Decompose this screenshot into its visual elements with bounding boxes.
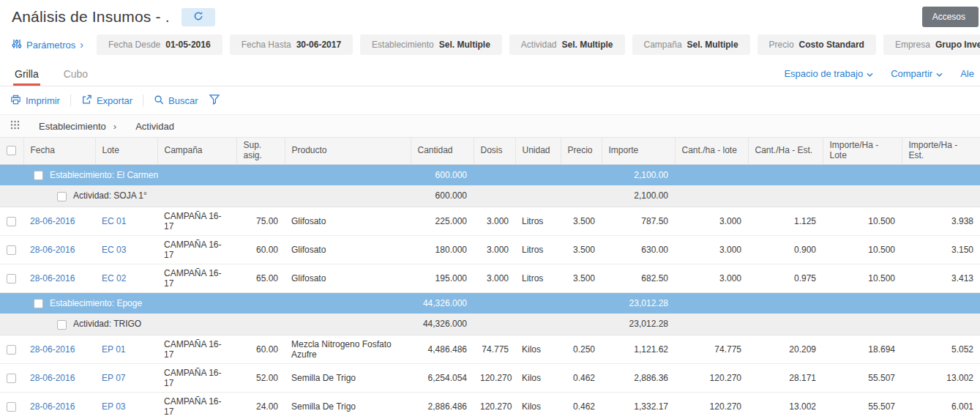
cell-producto: Semilla De Trigo — [285, 363, 411, 392]
parameter-chip-fecha-desde[interactable]: Fecha Desde 01-05-2016 — [97, 34, 222, 55]
table-row[interactable]: 28-06-2016EP 07CAMPAÑA 16-1752.00Semilla… — [0, 363, 980, 392]
refresh-button[interactable] — [182, 8, 215, 26]
accesos-button[interactable]: Accesos — [922, 7, 979, 27]
cell-cant-ha-est: 1.125 — [748, 207, 823, 235]
column-header-importe[interactable]: Importe — [602, 138, 675, 164]
column-header-fecha[interactable]: Fecha — [23, 138, 95, 164]
search-button-label: Buscar — [168, 95, 198, 106]
lote-link[interactable]: EC 01 — [102, 216, 126, 226]
print-button[interactable]: Imprimir — [10, 94, 60, 107]
parameters-toggle[interactable]: Parámetros › — [12, 39, 83, 51]
row-checkbox[interactable] — [7, 402, 16, 412]
subgroup-checkbox[interactable] — [57, 192, 67, 201]
search-button[interactable]: Buscar — [154, 94, 198, 107]
cell-sup-asig: 52.00 — [236, 363, 285, 392]
cell-sup-asig: 60.00 — [236, 335, 285, 363]
column-header-importe-ha-lote[interactable]: Importe/Ha - Lote — [823, 138, 902, 164]
cell-sup-asig: 24.00 — [236, 392, 285, 419]
parameter-chip-establecimiento[interactable]: Establecimiento Sel. Multiple — [360, 34, 502, 55]
parameter-chip-actividad[interactable]: Actividad Sel. Multiple — [509, 34, 625, 55]
tab-grilla[interactable]: Grilla — [13, 63, 40, 86]
row-checkbox-cell — [0, 207, 23, 235]
cell-importe: 682.50 — [602, 264, 675, 292]
lote-link[interactable]: EP 03 — [102, 401, 125, 412]
chevron-down-icon — [936, 68, 943, 79]
parameter-chip-precio[interactable]: Precio Costo Standard — [758, 34, 876, 55]
group-spacer — [474, 314, 602, 335]
table-row[interactable]: 28-06-2016EC 01CAMPAÑA 16-1775.00Glifosa… — [0, 207, 980, 235]
row-checkbox-cell — [0, 363, 23, 392]
fecha-link[interactable]: 28-06-2016 — [30, 273, 75, 283]
cell-campa-a: CAMPAÑA 16-17 — [157, 207, 236, 235]
parameter-chip-empresa[interactable]: Empresa Grupo InverAgro S.A — [883, 34, 980, 55]
subgroup-checkbox[interactable] — [57, 320, 67, 330]
column-header-dosis[interactable]: Dosis — [474, 138, 515, 164]
chevron-down-icon — [867, 68, 873, 79]
select-all-checkbox[interactable] — [7, 146, 16, 155]
cell-campa-a: CAMPAÑA 16-17 — [157, 235, 236, 264]
column-header-precio[interactable]: Precio — [561, 138, 602, 164]
funnel-icon — [209, 94, 220, 107]
lote-link[interactable]: EP 07 — [102, 373, 125, 383]
cell-importe-ha-lote: 18.694 — [823, 335, 902, 363]
cell-cant-ha-est: 28.171 — [748, 363, 823, 392]
column-header-unidad[interactable]: Unidad — [515, 138, 561, 164]
search-icon — [154, 94, 164, 107]
parameter-chip-fecha-hasta[interactable]: Fecha Hasta 30-06-2017 — [230, 34, 353, 55]
group-checkbox[interactable] — [34, 171, 43, 180]
cell-fecha: 28-06-2016 — [23, 392, 95, 419]
fecha-link[interactable]: 28-06-2016 — [30, 344, 75, 355]
group-chip-actividad[interactable]: Actividad — [135, 121, 174, 132]
table-row[interactable]: 28-06-2016EC 03CAMPAÑA 16-1760.00Glifosa… — [0, 235, 980, 264]
more-link[interactable]: Ale — [960, 68, 974, 79]
column-header-importe-ha-est[interactable]: Importe/Ha - Est. — [902, 138, 980, 164]
column-header-producto[interactable]: Producto — [285, 138, 411, 164]
fecha-link[interactable]: 28-06-2016 — [30, 245, 75, 255]
parameter-chip-label: Campaña — [644, 40, 682, 50]
parameter-chip-label: Fecha Desde — [108, 40, 160, 50]
cell-producto: Glifosato — [285, 264, 411, 292]
lote-link[interactable]: EP 01 — [102, 344, 125, 355]
parameter-chip-value: Sel. Multiple — [562, 40, 613, 50]
cell-importe: 787.50 — [602, 207, 675, 235]
fecha-link[interactable]: 28-06-2016 — [30, 401, 75, 412]
cell-importe: 1,332.17 — [602, 392, 675, 419]
group-checkbox[interactable] — [34, 299, 43, 308]
table-row[interactable]: 28-06-2016EC 02CAMPAÑA 16-1765.00Glifosa… — [0, 264, 980, 292]
lote-link[interactable]: EC 03 — [102, 245, 126, 255]
row-checkbox[interactable] — [7, 345, 16, 355]
filter-button[interactable] — [209, 94, 220, 107]
lote-link[interactable]: EC 02 — [102, 273, 126, 283]
tabs-bar: Grilla Cubo Espacio de trabajo Compartir… — [0, 62, 980, 86]
row-checkbox[interactable] — [7, 245, 16, 255]
workspace-link[interactable]: Espacio de trabajo — [784, 68, 873, 79]
row-checkbox[interactable] — [7, 274, 16, 283]
export-button-label: Exportar — [97, 95, 132, 106]
cell-cant-ha-lote: 74.775 — [675, 335, 748, 363]
group-label-cell: Establecimiento: Epoge — [0, 292, 411, 314]
row-checkbox[interactable] — [7, 217, 16, 226]
share-link[interactable]: Compartir — [891, 68, 943, 79]
row-checkbox-cell — [0, 264, 23, 292]
cell-unidad: Kilos — [515, 363, 561, 392]
column-header-sup-asig[interactable]: Sup. asig. — [236, 138, 285, 164]
cell-cant-ha-est: 0.975 — [748, 264, 823, 292]
column-header-campa-a[interactable]: Campaña — [157, 138, 236, 164]
row-checkbox[interactable] — [7, 374, 16, 383]
parameter-chip-campa-a[interactable]: Campaña Sel. Multiple — [632, 34, 750, 55]
sliders-icon — [12, 39, 22, 51]
column-header-cant-ha-est[interactable]: Cant./Ha - Est. — [748, 138, 823, 164]
column-header-lote[interactable]: Lote — [95, 138, 157, 164]
group-chip-establecimiento[interactable]: Establecimiento › — [39, 121, 116, 132]
fecha-link[interactable]: 28-06-2016 — [30, 216, 75, 226]
export-button[interactable]: Exportar — [81, 94, 132, 107]
fecha-link[interactable]: 28-06-2016 — [30, 373, 75, 383]
cell-cant-ha-lote: 3.000 — [675, 235, 748, 264]
table-row[interactable]: 28-06-2016EP 01CAMPAÑA 16-1760.00Mezcla … — [0, 335, 980, 363]
tab-cubo[interactable]: Cubo — [62, 63, 89, 86]
cell-lote: EC 01 — [95, 207, 157, 235]
table-row[interactable]: 28-06-2016EP 03CAMPAÑA 16-1724.00Semilla… — [0, 392, 980, 419]
column-header-cant-ha-lote[interactable]: Cant./ha - lote — [675, 138, 748, 164]
column-header-cantidad[interactable]: Cantidad — [411, 138, 474, 164]
group-spacer — [675, 185, 980, 207]
